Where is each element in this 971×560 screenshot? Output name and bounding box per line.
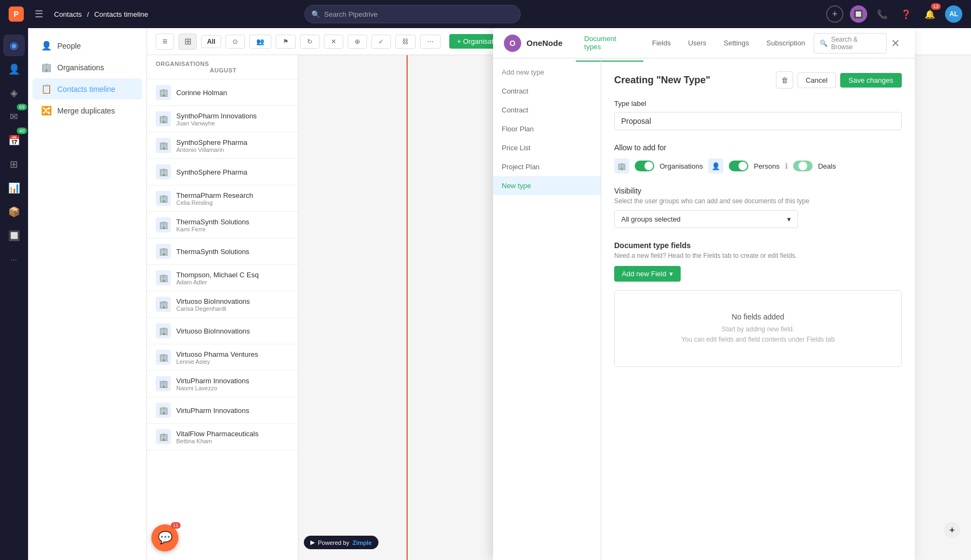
user-avatar[interactable]: AL xyxy=(945,5,962,23)
table-row[interactable]: 🏢 SynthoPharm Innovations Juan Vanwyhe xyxy=(147,106,298,132)
sidebar-item-more[interactable]: ··· xyxy=(3,249,25,270)
doc-type-contract-2[interactable]: Contract xyxy=(493,101,601,119)
sidebar-item-reports[interactable]: 📊 xyxy=(3,177,25,199)
org-icon: 🏢 xyxy=(156,191,171,206)
search-bar[interactable]: 🔍 Search Pipedrive xyxy=(304,5,521,23)
persons-toggle[interactable] xyxy=(729,161,748,171)
doc-list-panel: Add new type Contract Contract Floor Pla… xyxy=(493,58,601,560)
nav-sidebar: 👤 People 🏢 Organisations 📋 Contacts time… xyxy=(28,28,147,560)
tab-subscription[interactable]: Subscription xyxy=(758,29,814,58)
filter-flag-btn[interactable]: ⚑ xyxy=(276,35,296,49)
add-new-type-btn[interactable]: Add new type xyxy=(493,63,601,82)
type-label-input[interactable] xyxy=(614,112,902,130)
persons-label: Persons xyxy=(754,162,780,170)
all-filter-btn[interactable]: All xyxy=(201,35,221,48)
doc-type-price-list[interactable]: Price List xyxy=(493,138,601,157)
deals-toggle[interactable] xyxy=(793,161,813,171)
list-view-btn[interactable]: ≡ xyxy=(156,34,174,50)
hamburger-icon[interactable]: ☰ xyxy=(30,5,48,23)
timeline-icon: 📋 xyxy=(41,84,52,94)
person-icon-small: 👤 xyxy=(708,158,723,174)
powered-by-zimple: ▶ Powered by Zimple xyxy=(304,536,378,549)
org-icon: 🏢 xyxy=(156,85,171,100)
form-panel: Creating "New Type" 🗑 Cancel Save change… xyxy=(601,58,915,560)
tab-settings[interactable]: Settings xyxy=(715,29,758,58)
filter-people-btn[interactable]: 👥 xyxy=(249,35,271,49)
mail-badge: 69 xyxy=(17,104,26,110)
sidebar-item-mail[interactable]: ✉ 69 xyxy=(3,106,25,128)
filter-copy-btn[interactable]: ⊕ xyxy=(348,35,367,49)
nav-item-contacts-timeline[interactable]: 📋 Contacts timeline xyxy=(32,78,142,99)
add-button[interactable]: + xyxy=(826,5,843,23)
nav-item-organisations[interactable]: 🏢 Organisations xyxy=(32,57,142,78)
table-row[interactable]: 🏢 VitalFlow Pharmaceuticals Bettina Kham xyxy=(147,424,298,450)
sidebar-item-products[interactable]: 📦 xyxy=(3,201,25,223)
sidebar-item-marketplace[interactable]: 🔲 xyxy=(3,225,25,246)
phone-icon[interactable]: 📞 xyxy=(874,5,891,23)
filter-icon-btn[interactable]: ⊙ xyxy=(225,35,245,49)
table-row[interactable]: 🏢 Virtuoso BioInnovations xyxy=(147,318,298,344)
filter-merge-btn[interactable]: ✕ xyxy=(324,35,343,49)
main-layout: ◉ 👤 ◈ ✉ 69 📅 40 ⊞ 📊 📦 🔲 ··· 👤 People 🏢 O… xyxy=(0,28,971,560)
doc-type-project-plan[interactable]: Project Plan xyxy=(493,157,601,176)
table-row[interactable]: 🏢 ThermaSynth Solutions Kami Ferre xyxy=(147,212,298,238)
sidebar-item-home[interactable]: ◉ xyxy=(3,35,25,56)
nav-item-merge-duplicates[interactable]: 🔀 Merge duplicates xyxy=(32,100,142,121)
table-row[interactable]: 🏢 Virtuoso Pharma Ventures Lennie Asley xyxy=(147,344,298,371)
grid-view-btn[interactable]: ⊞ xyxy=(178,34,197,50)
type-label-section: Type label xyxy=(614,99,902,130)
visibility-dropdown[interactable]: All groups selected ▾ xyxy=(614,210,798,228)
sidebar-item-leads[interactable]: ◈ xyxy=(3,82,25,104)
dialog-body: Add new type Contract Contract Floor Pla… xyxy=(493,58,915,560)
table-row[interactable]: 🏢 ThermaPharm Research Celia Reisling xyxy=(147,185,298,212)
dialog-close-button[interactable]: ✕ xyxy=(887,35,904,52)
timeline-add-btn[interactable]: + xyxy=(944,522,960,538)
chat-icon-btn[interactable]: 💬 11 xyxy=(151,524,178,551)
table-row[interactable]: 🏢 SynthoSphere Pharma Antonio Villamarin xyxy=(147,132,298,159)
save-changes-button[interactable]: Save changes xyxy=(840,73,902,88)
doc-type-new-type[interactable]: New type xyxy=(493,176,601,195)
sidebar-item-calendar[interactable]: 📅 40 xyxy=(3,130,25,151)
delete-button[interactable]: 🗑 xyxy=(776,71,793,89)
sidebar-item-pipeline[interactable]: ⊞ xyxy=(3,154,25,175)
nav-item-people[interactable]: 👤 People xyxy=(32,35,142,56)
tab-fields[interactable]: Fields xyxy=(643,29,680,58)
calendar-badge: 40 xyxy=(17,128,26,134)
no-fields-title: No fields added xyxy=(636,312,880,321)
cancel-button[interactable]: Cancel xyxy=(797,72,835,88)
doc-fields-section: Document type fields Need a new field? H… xyxy=(614,241,902,367)
org-icon: 🏢 xyxy=(156,376,171,391)
table-row[interactable]: 🏢 Thompson, Michael C Esq Adam Adler xyxy=(147,265,298,291)
org-icon: 🏢 xyxy=(156,111,171,126)
dialog-title: OneNode xyxy=(527,38,563,48)
sidebar-item-contacts[interactable]: 👤 xyxy=(3,58,25,80)
filter-more-btn[interactable]: ⋯ xyxy=(420,35,441,49)
doc-type-contract-1[interactable]: Contract xyxy=(493,82,601,101)
add-new-field-button[interactable]: Add new Field ▾ xyxy=(614,266,681,282)
filter-link-btn[interactable]: ⛓ xyxy=(395,35,416,49)
filter-refresh-btn[interactable]: ↻ xyxy=(300,35,320,49)
notifications-icon[interactable]: 🔔 13 xyxy=(921,5,939,23)
persons-info-icon[interactable]: ℹ xyxy=(785,162,788,170)
org-icon: 🏢 xyxy=(156,403,171,418)
table-row[interactable]: 🏢 ThermaSynth Solutions xyxy=(147,238,298,265)
doc-type-floor-plan[interactable]: Floor Plan xyxy=(493,119,601,138)
org-icon: 🏢 xyxy=(156,138,171,153)
table-row[interactable]: 🏢 VirtuPharm Innovations Naomi Lavezzo xyxy=(147,371,298,397)
help-icon[interactable]: ❓ xyxy=(897,5,915,23)
toggle-row: 🏢 Organisations 👤 Persons ℹ Deals xyxy=(614,158,902,174)
dialog-search[interactable]: 🔍 Search & Browse xyxy=(814,33,887,54)
search-icon: 🔍 xyxy=(820,39,828,47)
table-row[interactable]: 🏢 VirtuPharm Innovations xyxy=(147,397,298,424)
breadcrumb: Contacts / Contacts timeline xyxy=(54,10,148,18)
marketplace-nav-icon[interactable]: 🔲 xyxy=(850,5,867,23)
filter-check-btn[interactable]: ✓ xyxy=(371,35,391,49)
icon-sidebar: ◉ 👤 ◈ ✉ 69 📅 40 ⊞ 📊 📦 🔲 ··· xyxy=(0,28,28,560)
content-area: ≡ ⊞ All ⊙ 👥 ⚑ ↻ ✕ ⊕ ✓ ⛓ ⋯ + Organisation… xyxy=(147,28,971,560)
table-row[interactable]: 🏢 Corinne Holman xyxy=(147,79,298,106)
organisations-toggle[interactable] xyxy=(635,161,654,171)
table-row[interactable]: 🏢 SynthoSphere Pharma xyxy=(147,159,298,185)
table-row[interactable]: 🏢 Virtuoso BioInnovations Carisa Degenha… xyxy=(147,291,298,318)
tab-document-types[interactable]: Document types xyxy=(576,28,643,62)
tab-users[interactable]: Users xyxy=(680,29,715,58)
